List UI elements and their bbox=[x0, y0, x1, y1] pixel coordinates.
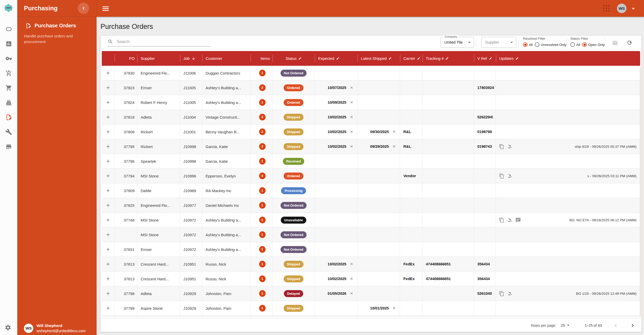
expand-row-button[interactable]: + bbox=[106, 114, 110, 120]
expand-row-button[interactable]: + bbox=[106, 232, 110, 238]
expand-row-button[interactable]: + bbox=[106, 291, 110, 297]
resolved-filter-all-radio[interactable] bbox=[523, 42, 528, 47]
table-scrollbar[interactable] bbox=[640, 67, 641, 317]
register-icon[interactable] bbox=[5, 99, 12, 106]
cell-tracking: 474408666851 bbox=[422, 272, 474, 286]
col-header-updates[interactable]: Updates bbox=[496, 51, 640, 66]
expand-row-button[interactable]: + bbox=[106, 217, 110, 223]
clear-expected-button[interactable]: ✕ bbox=[350, 276, 353, 281]
next-page-button[interactable] bbox=[630, 322, 636, 329]
status-badge[interactable]: Shipped bbox=[284, 114, 303, 121]
status-badge[interactable]: Shipped bbox=[284, 275, 303, 282]
col-header-status[interactable]: Status bbox=[273, 51, 315, 66]
clear-shipped-button[interactable]: ✕ bbox=[392, 129, 396, 134]
status-badge[interactable]: Ordered bbox=[284, 173, 303, 179]
expand-row-button[interactable]: + bbox=[106, 144, 110, 150]
status-badge[interactable]: Ordered bbox=[284, 84, 303, 91]
supplier-select[interactable]: Supplier bbox=[481, 37, 516, 48]
expand-row-button[interactable]: + bbox=[106, 158, 110, 164]
status-badge[interactable]: Received bbox=[283, 158, 304, 165]
status-badge[interactable]: Not Ordered bbox=[281, 231, 307, 238]
store-icon[interactable] bbox=[5, 143, 12, 150]
clear-shipped-button[interactable]: ✕ bbox=[392, 144, 396, 149]
sidebar-item-purchase-orders[interactable]: Purchase Orders Handle purchase orders a… bbox=[17, 23, 97, 45]
status-badge[interactable]: Processing bbox=[281, 187, 306, 194]
col-header-job[interactable]: Job bbox=[180, 51, 202, 66]
status-filter-open-radio[interactable] bbox=[582, 42, 587, 47]
col-header-shipped[interactable]: Latest Shipped bbox=[358, 51, 400, 66]
col-header-customer[interactable]: Customer bbox=[202, 51, 251, 66]
sidebar-collapse-button[interactable] bbox=[78, 3, 89, 14]
status-badge[interactable]: Delayed bbox=[284, 290, 303, 297]
status-badge[interactable]: Not Ordered bbox=[281, 70, 307, 77]
person-off-icon[interactable] bbox=[507, 173, 513, 179]
col-header-supplier[interactable]: Supplier bbox=[137, 51, 180, 66]
status-badge[interactable]: Not Ordered bbox=[281, 246, 307, 253]
company-select[interactable]: Company United Tile bbox=[440, 37, 474, 48]
status-badge[interactable]: Shipped bbox=[284, 143, 303, 150]
clear-expected-button[interactable]: ✕ bbox=[350, 262, 353, 266]
clear-expected-button[interactable]: ✕ bbox=[350, 291, 353, 296]
refresh-icon[interactable] bbox=[626, 40, 632, 46]
clear-expected-button[interactable]: ✕ bbox=[350, 129, 353, 134]
clear-expected-button[interactable]: ✕ bbox=[350, 144, 353, 149]
person-off-icon[interactable] bbox=[507, 217, 513, 223]
expand-row-button[interactable]: + bbox=[106, 202, 110, 208]
app-launcher-icon[interactable] bbox=[603, 5, 610, 12]
expand-row-button[interactable]: + bbox=[106, 85, 110, 91]
clear-expected-button[interactable]: ✕ bbox=[350, 100, 353, 105]
copy-icon[interactable] bbox=[499, 217, 504, 223]
add-cart-icon[interactable] bbox=[5, 70, 12, 77]
clear-expected-button[interactable]: ✕ bbox=[350, 85, 353, 90]
col-header-vref[interactable]: V Ref bbox=[474, 51, 496, 66]
chevron-down-icon[interactable] bbox=[631, 6, 636, 11]
app-logo[interactable] bbox=[4, 3, 13, 13]
rows-per-page-select[interactable]: 25 bbox=[561, 323, 569, 328]
col-header-expected[interactable]: Expected bbox=[315, 51, 358, 66]
menu-icon[interactable] bbox=[103, 6, 109, 12]
comment-icon[interactable] bbox=[515, 217, 521, 223]
status-badge[interactable]: Shipped bbox=[284, 128, 303, 135]
expand-row-button[interactable]: + bbox=[106, 100, 110, 105]
card-icon[interactable] bbox=[5, 26, 12, 32]
expand-row-button[interactable]: + bbox=[106, 188, 110, 194]
person-off-icon[interactable] bbox=[507, 291, 513, 296]
expand-row-button[interactable]: + bbox=[106, 173, 110, 179]
expand-row-button[interactable]: + bbox=[106, 70, 110, 76]
status-badge[interactable]: Unavailable bbox=[281, 217, 306, 224]
purchase-orders-icon[interactable] bbox=[5, 114, 12, 121]
expand-row-button[interactable]: + bbox=[106, 305, 110, 311]
clear-expected-button[interactable]: ✕ bbox=[350, 115, 353, 119]
status-badge[interactable]: Shipped bbox=[284, 305, 303, 312]
copy-icon[interactable] bbox=[499, 291, 504, 296]
col-header-carrier[interactable]: Carrier bbox=[400, 51, 422, 66]
expand-row-button[interactable]: + bbox=[106, 129, 110, 135]
status-filter-all-radio[interactable] bbox=[570, 42, 575, 47]
col-header-po[interactable]: PO bbox=[115, 51, 137, 66]
tools-icon[interactable] bbox=[5, 129, 12, 135]
expand-row-button[interactable]: + bbox=[106, 261, 110, 267]
key-icon[interactable] bbox=[5, 55, 12, 62]
col-header-items[interactable]: Items bbox=[251, 51, 273, 66]
person-off-icon[interactable] bbox=[507, 144, 513, 149]
cart-icon[interactable] bbox=[5, 85, 12, 91]
clear-shipped-button[interactable]: ✕ bbox=[392, 306, 396, 311]
toolbar-divider bbox=[518, 38, 519, 49]
cell-expand: + bbox=[102, 257, 115, 271]
status-badge[interactable]: Not Ordered bbox=[281, 202, 307, 209]
settings-icon[interactable] bbox=[5, 324, 11, 331]
status-badge[interactable]: Ordered bbox=[284, 99, 303, 106]
cell-updates: ship 9/29 - 09/26/2025 05:37 PM (AMM) bbox=[496, 139, 640, 154]
col-header-tracking[interactable]: Tracking # bbox=[422, 51, 474, 66]
expand-row-button[interactable]: + bbox=[106, 247, 110, 252]
sidebar-user[interactable]: WS Will Shepherd wshepherd@unitedtileco.… bbox=[24, 323, 86, 333]
expand-row-button[interactable]: + bbox=[106, 276, 110, 282]
bar-chart-icon[interactable] bbox=[5, 40, 12, 47]
search-input[interactable] bbox=[117, 39, 211, 44]
copy-icon[interactable] bbox=[499, 173, 504, 179]
cell-updates: s - 09/26/2025 03:11 PM (AMM) bbox=[496, 169, 640, 183]
status-badge[interactable]: Shipped bbox=[284, 261, 303, 268]
resolved-filter-unresolved-radio[interactable] bbox=[535, 42, 539, 47]
copy-icon[interactable] bbox=[499, 144, 504, 149]
avatar[interactable]: WS bbox=[617, 4, 626, 13]
